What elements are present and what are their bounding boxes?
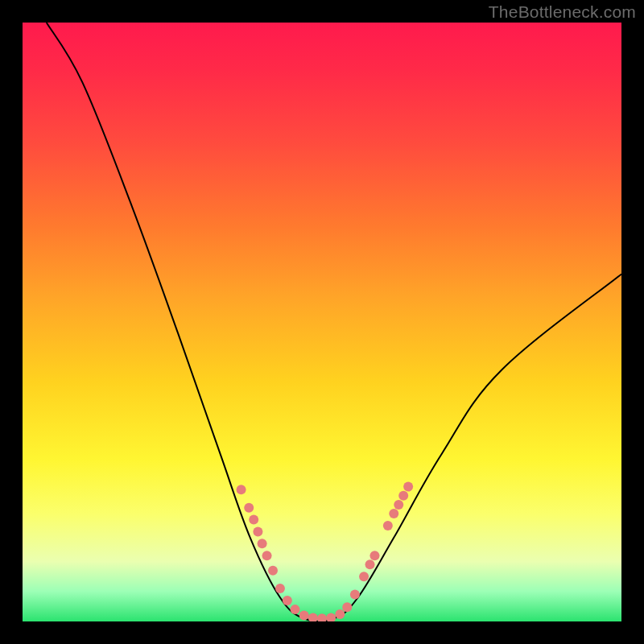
watermark-label: TheBottleneck.com	[489, 2, 636, 22]
data-point	[342, 602, 352, 612]
data-point	[403, 482, 413, 492]
data-point	[308, 613, 318, 621]
data-point	[237, 485, 246, 494]
data-point	[258, 539, 267, 548]
bottleneck-curve	[47, 23, 621, 621]
curve-layer	[47, 23, 621, 621]
data-point	[283, 596, 292, 605]
data-point	[389, 509, 398, 518]
data-point	[350, 590, 360, 600]
data-point	[365, 559, 375, 569]
data-point	[317, 613, 327, 621]
data-point	[359, 572, 369, 581]
data-point	[326, 613, 336, 621]
data-point	[268, 566, 278, 576]
data-point	[262, 551, 272, 560]
data-point	[291, 605, 300, 614]
data-point	[244, 503, 254, 513]
data-point	[275, 584, 285, 593]
chart-svg	[23, 23, 621, 621]
data-point	[398, 491, 408, 501]
data-point	[253, 526, 262, 536]
plot-area	[23, 23, 621, 621]
data-point	[383, 521, 393, 530]
data-point	[394, 500, 403, 510]
chart-frame: TheBottleneck.com	[0, 0, 644, 644]
data-point	[249, 515, 258, 525]
data-point	[299, 611, 309, 621]
data-point	[335, 609, 345, 619]
data-point	[369, 551, 379, 560]
